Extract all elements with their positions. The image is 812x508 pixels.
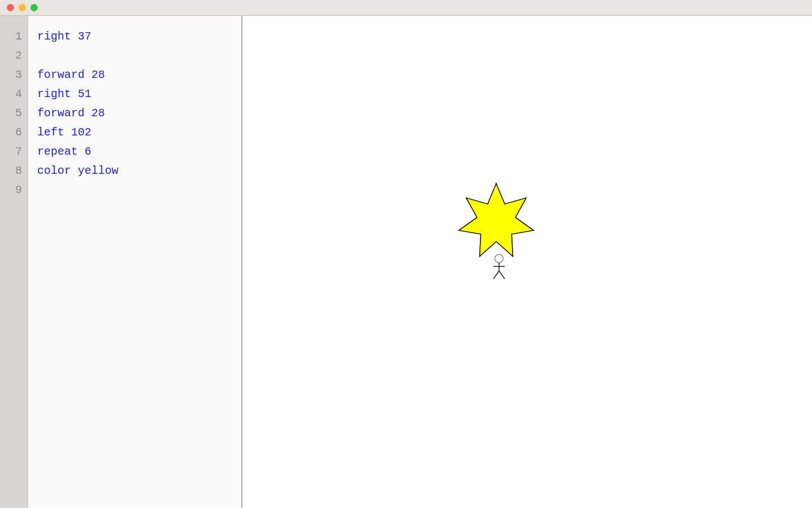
code-line[interactable] [37, 181, 232, 200]
code-line[interactable]: right 51 [37, 85, 232, 104]
main-content: 123456789 right 37forward 28right 51forw… [0, 16, 812, 508]
turtle-canvas [242, 16, 812, 508]
code-line[interactable]: repeat 6 [37, 142, 232, 161]
code-editor[interactable]: right 37forward 28right 51forward 28left… [28, 16, 242, 508]
code-line[interactable] [37, 46, 232, 65]
code-line[interactable]: right 37 [37, 27, 232, 46]
title-bar [0, 0, 812, 16]
minimize-button[interactable] [19, 4, 26, 11]
line-number: 4 [15, 85, 22, 104]
line-number: 3 [15, 65, 22, 85]
code-line[interactable]: color yellow [37, 161, 232, 181]
line-number: 5 [15, 104, 22, 123]
line-number: 8 [15, 161, 22, 181]
line-number: 2 [15, 46, 22, 65]
code-line[interactable]: left 102 [37, 123, 232, 142]
code-line[interactable]: forward 28 [37, 65, 232, 85]
line-numbers: 123456789 [0, 16, 28, 508]
canvas-area [242, 16, 812, 508]
line-number: 7 [15, 142, 22, 161]
code-line[interactable]: forward 28 [37, 104, 232, 123]
close-button[interactable] [7, 4, 14, 11]
line-number: 1 [15, 27, 22, 46]
maximize-button[interactable] [30, 4, 38, 11]
line-number: 9 [15, 181, 22, 200]
line-number: 6 [15, 123, 22, 142]
window-controls[interactable] [7, 4, 38, 11]
